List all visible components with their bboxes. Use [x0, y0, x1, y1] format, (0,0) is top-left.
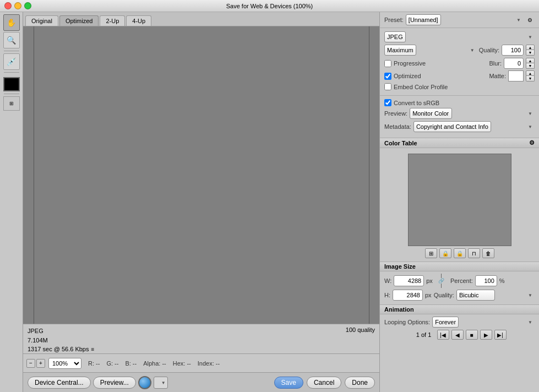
- compression-select[interactable]: Maximum: [384, 45, 416, 56]
- height-label: H:: [384, 292, 390, 298]
- optimized-row: Optimized Matte: ▲ ▼: [384, 70, 535, 81]
- ct-expand-button[interactable]: ⊓: [468, 248, 480, 258]
- preview-label: Preview:: [384, 110, 407, 117]
- optimized-checkbox[interactable]: [384, 73, 391, 80]
- matte-color-box[interactable]: [508, 70, 524, 81]
- height-input[interactable]: [393, 290, 423, 301]
- image-canvas-area: [23, 26, 379, 324]
- quality-input[interactable]: 100: [502, 45, 524, 56]
- browser-preview-icon[interactable]: [138, 376, 151, 389]
- status-alpha: Alpha: --: [143, 360, 166, 367]
- percent-unit: %: [499, 277, 505, 284]
- percent-input[interactable]: [475, 275, 497, 286]
- action-left: Device Central... Preview...: [28, 376, 168, 389]
- blur-down-button[interactable]: ▼: [526, 63, 535, 69]
- quality-resize-select[interactable]: Bicubic: [456, 290, 495, 301]
- anim-first-button[interactable]: |◀: [437, 330, 449, 340]
- image-quality-label: 100 quality: [346, 326, 375, 333]
- tab-optimized[interactable]: Optimized: [59, 15, 99, 26]
- image-frame: [34, 26, 369, 324]
- ct-map-button[interactable]: ⊞: [425, 248, 437, 258]
- looping-select[interactable]: Forever: [432, 317, 459, 328]
- preset-select[interactable]: [Unnamed]: [406, 14, 441, 25]
- color-table-area: ⊞ 🔒 🔒 ⊓ 🗑: [380, 148, 539, 262]
- preset-menu-button[interactable]: ⚙: [525, 17, 535, 23]
- ct-lock-button[interactable]: 🔒: [439, 248, 451, 258]
- action-buttons-bar: Device Central... Preview... Save Cancel…: [23, 372, 379, 392]
- matte-down-button[interactable]: ▼: [526, 76, 535, 81]
- zoom-decrease-button[interactable]: −: [26, 359, 35, 368]
- done-button[interactable]: Done: [345, 377, 375, 389]
- tab-2up[interactable]: 2-Up: [100, 15, 125, 26]
- image-preview: [34, 26, 369, 324]
- image-format: JPEG: [28, 326, 94, 336]
- close-button[interactable]: [4, 2, 12, 9]
- width-label: W:: [384, 277, 391, 284]
- image-size-header: Image Size: [380, 262, 539, 271]
- metadata-label: Metadata:: [384, 123, 411, 130]
- preview-select[interactable]: Monitor Color: [410, 108, 452, 119]
- compression-row: Maximum Quality: 100 ▲ ▼: [384, 45, 535, 56]
- zoom-tool[interactable]: 🔍: [3, 32, 20, 48]
- cancel-button[interactable]: Cancel: [307, 377, 341, 389]
- progressive-checkbox[interactable]: [384, 60, 391, 67]
- width-input[interactable]: [394, 275, 424, 286]
- animation-header: Animation: [380, 305, 539, 314]
- matte-stepper[interactable]: ▲ ▼: [526, 70, 535, 81]
- speed-icon: ≡: [91, 345, 94, 353]
- progressive-row: Progressive Blur: ▲ ▼: [384, 58, 535, 69]
- convert-srgb-label: Convert to sRGB: [394, 100, 439, 106]
- tool-separator-2: [4, 72, 19, 73]
- status-index: Index: --: [198, 360, 220, 367]
- hand-tool[interactable]: ✋: [3, 14, 20, 31]
- ct-trash-button[interactable]: 🗑: [482, 248, 494, 258]
- preset-row: Preset: [Unnamed] ⚙: [380, 12, 539, 28]
- quality-down-button[interactable]: ▼: [526, 50, 535, 56]
- color-table-title: Color Table: [384, 140, 417, 146]
- tab-4up[interactable]: 4-Up: [126, 15, 151, 26]
- preset-label: Preset:: [384, 17, 404, 23]
- color-table-toolbar: ⊞ 🔒 🔒 ⊓ 🗑: [384, 248, 535, 258]
- action-right: Save Cancel Done: [274, 377, 375, 389]
- maximize-button[interactable]: [24, 2, 31, 9]
- status-r: R: --: [88, 360, 100, 367]
- preview-button[interactable]: Preview...: [93, 377, 136, 389]
- zoom-select[interactable]: 100% 50% 200%: [48, 358, 81, 369]
- height-unit: px: [425, 292, 432, 298]
- status-hex: Hex: --: [173, 360, 191, 367]
- anim-play-button[interactable]: ▶: [480, 330, 492, 340]
- image-size-title: Image Size: [384, 263, 416, 270]
- eyedropper-tool[interactable]: 💉: [3, 53, 20, 70]
- quality-stepper[interactable]: ▲ ▼: [526, 45, 535, 56]
- foreground-color[interactable]: [3, 77, 20, 91]
- toggle-slice-visibility[interactable]: ⊞: [3, 96, 20, 111]
- convert-srgb-checkbox[interactable]: [384, 99, 391, 106]
- animation-section: Animation Looping Options: Forever 1 of …: [380, 305, 539, 342]
- matte-up-button[interactable]: ▲: [526, 70, 535, 76]
- anim-prev-button[interactable]: ◀: [451, 330, 464, 340]
- blur-label: Blur:: [489, 60, 502, 67]
- zoom-increase-button[interactable]: +: [36, 359, 45, 368]
- blur-up-button[interactable]: ▲: [526, 58, 535, 63]
- ct-delete-button[interactable]: 🔒: [454, 248, 466, 258]
- tabs-bar: Original Optimized 2-Up 4-Up: [23, 12, 379, 26]
- save-button[interactable]: Save: [274, 377, 303, 389]
- anim-last-button[interactable]: ▶|: [494, 330, 507, 340]
- quality-up-button[interactable]: ▲: [526, 45, 535, 50]
- anim-stop-button[interactable]: ■: [466, 330, 478, 340]
- status-b: B: --: [125, 360, 137, 367]
- blur-stepper[interactable]: ▲ ▼: [526, 58, 535, 69]
- title-bar: Save for Web & Devices (100%): [0, 0, 539, 12]
- image-info-bar: JPEG 7.104M 1317 sec @ 56.6 Kbps ≡ 100 q…: [23, 324, 379, 353]
- tab-original[interactable]: Original: [25, 15, 58, 26]
- metadata-select[interactable]: Copyright and Contact Info: [413, 121, 491, 132]
- image-size-section: Image Size W: px 🔗 Percent: %: [380, 262, 539, 305]
- animation-title: Animation: [384, 306, 414, 313]
- color-table-menu-icon[interactable]: ⚙: [529, 139, 535, 146]
- browser-select[interactable]: [154, 377, 168, 389]
- blur-input[interactable]: [504, 58, 524, 69]
- device-central-button[interactable]: Device Central...: [28, 377, 91, 389]
- minimize-button[interactable]: [14, 2, 21, 9]
- format-select[interactable]: JPEG: [384, 31, 406, 42]
- embed-color-profile-checkbox[interactable]: [384, 83, 391, 90]
